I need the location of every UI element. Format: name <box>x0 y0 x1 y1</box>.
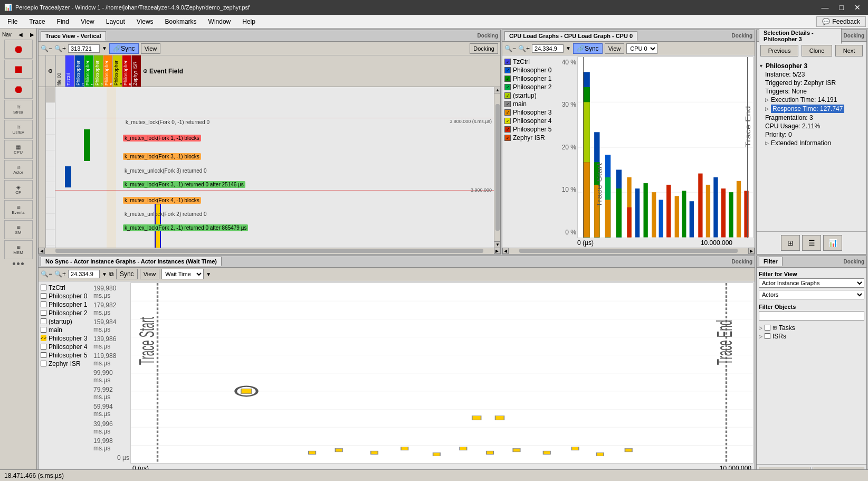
legend-phil4-check[interactable]: ✓ <box>504 118 511 124</box>
sidebar-btn-actor[interactable]: ≋ Actor <box>4 160 33 179</box>
actor-zoom-out-icon[interactable]: 🔍− <box>41 270 52 278</box>
cpu-sync-btn[interactable]: 🔗 Sync <box>573 43 603 54</box>
actor-legend-phil1-check[interactable] <box>41 301 46 307</box>
sidebar-btn-stop[interactable]: ⏹ <box>4 60 33 79</box>
actor-legend-zephyr-check[interactable] <box>41 361 46 366</box>
feedback-button[interactable]: 💬 Feedback <box>816 16 866 27</box>
nav-left-arrow[interactable]: ◀ <box>18 32 23 37</box>
filter-actors-select[interactable]: Actors <box>759 290 864 299</box>
trace-zoom-dropdown[interactable]: ▼ <box>102 45 107 51</box>
sidebar-btn-record2[interactable]: ⏺ <box>4 80 33 99</box>
actor-legend-phil2-check[interactable] <box>41 310 46 316</box>
cpu-hscroll-thumb[interactable] <box>519 249 738 253</box>
nav-right-arrow[interactable]: ▶ <box>30 32 34 37</box>
expand-ext[interactable]: ▷ <box>765 140 769 146</box>
actor-zoom-in-icon[interactable]: 🔍+ <box>54 270 66 278</box>
menu-bookmarks[interactable]: Bookmarks <box>160 16 202 27</box>
sidebar-btn-record[interactable]: ⏺ <box>4 40 33 59</box>
zoom-in-icon[interactable]: 🔍+ <box>54 45 66 52</box>
sidebar-btn-stream[interactable]: ≋ Strea <box>4 100 33 119</box>
hscroll-thumb[interactable] <box>55 249 483 253</box>
legend-main-check[interactable]: ✓ <box>504 101 511 107</box>
minimize-button[interactable]: — <box>818 2 832 13</box>
menu-window[interactable]: Window <box>203 16 236 27</box>
clone-button[interactable]: Clone <box>802 45 833 56</box>
trace-docking-btn[interactable]: Docking <box>470 43 498 54</box>
filter-docking[interactable]: Docking <box>844 259 864 265</box>
zoom-out-icon[interactable]: 🔍− <box>41 45 52 52</box>
sidebar-btn-cf[interactable]: ◈ CF <box>4 180 33 199</box>
expand-exec[interactable]: ▷ <box>765 97 769 102</box>
isrs-expand[interactable]: ▷ <box>759 334 762 339</box>
cpu-selector[interactable]: CPU 0 <box>626 43 657 54</box>
cpu-zoom-out-icon[interactable]: 🔍− <box>504 45 516 52</box>
vscroll-up[interactable]: ▲ <box>494 87 500 93</box>
sidebar-btn-mem[interactable]: ≋ MEM <box>4 240 33 259</box>
trace-docking[interactable]: Docking <box>478 33 498 39</box>
actor-legend-phil4-check[interactable] <box>41 344 46 350</box>
sel-btn-chart[interactable]: 📊 <box>823 235 842 251</box>
actor-sync-btn[interactable]: Sync <box>116 269 138 279</box>
sel-btn-list[interactable]: ☰ <box>802 235 821 251</box>
actor-legend-tzctrl-check[interactable] <box>41 285 46 290</box>
actor-wait-time-selector[interactable]: Wait Time <box>161 269 204 279</box>
trace-view-btn[interactable]: View <box>141 43 161 54</box>
cpu-zoom-dropdown[interactable]: ▼ <box>566 45 571 51</box>
legend-tzctrl-check[interactable]: ✓ <box>504 59 511 65</box>
menu-help[interactable]: Help <box>237 16 261 27</box>
actor-legend-main-check[interactable] <box>41 327 46 333</box>
menu-view[interactable]: View <box>75 16 100 27</box>
trace-tab[interactable]: Trace View - Vertical <box>41 31 106 41</box>
expand-response[interactable]: ▷ <box>765 106 769 111</box>
legend-phil0-check[interactable]: ✓ <box>504 67 511 73</box>
trace-vscroll[interactable]: ▲ ▼ <box>494 87 500 248</box>
menu-file[interactable]: File <box>2 16 23 27</box>
sidebar-btn-usrev[interactable]: ≋ UsrEv <box>4 120 33 139</box>
actor-tab[interactable]: No Sync - Actor Instance Graphs - Actor … <box>41 257 222 266</box>
sidebar-btn-sm[interactable]: ≋ SM <box>4 220 33 239</box>
next-button[interactable]: Next <box>835 45 863 56</box>
expand-name[interactable]: ▼ <box>759 63 764 69</box>
actor-zoom-dropdown[interactable]: ▼ <box>102 271 107 277</box>
hscroll-right[interactable]: ▶ <box>494 248 500 254</box>
cpu-hscroll[interactable]: ◀ ▶ <box>502 248 755 254</box>
sel-btn-grid[interactable]: ⊞ <box>781 235 800 251</box>
previous-button[interactable]: Previous <box>760 45 799 56</box>
menu-find[interactable]: Find <box>52 16 74 27</box>
cpu-hscroll-right[interactable]: ▶ <box>748 248 755 254</box>
sidebar-btn-events[interactable]: ≋ Events <box>4 200 33 219</box>
vscroll-down[interactable]: ▼ <box>494 241 500 248</box>
filter-tab[interactable]: Filter <box>759 257 783 266</box>
cpu-docking[interactable]: Docking <box>732 33 752 39</box>
tasks-checkbox[interactable] <box>765 325 770 331</box>
cpu-tab[interactable]: CPU Load Graphs - CPU Load Graph - CPU 0 <box>504 31 637 41</box>
actor-legend-phil5-check[interactable] <box>41 352 46 358</box>
trace-sync-btn[interactable]: 🔗 Sync <box>109 43 139 54</box>
actor-docking[interactable]: Docking <box>732 259 752 265</box>
actor-view-btn[interactable]: View <box>140 269 160 279</box>
cpu-hscroll-left[interactable]: ◀ <box>502 248 509 254</box>
tasks-expand[interactable]: ▷ <box>759 325 762 331</box>
sel-tab[interactable]: Selection Details - Philosopher 3 <box>759 28 842 44</box>
trace-hscroll[interactable]: ◀ ▶ <box>39 248 500 254</box>
close-button[interactable]: ✕ <box>851 2 864 13</box>
actor-legend-phil3-check[interactable]: ✓ <box>41 335 46 341</box>
maximize-button[interactable]: □ <box>836 2 847 13</box>
actor-legend-startup-check[interactable] <box>41 318 46 324</box>
filter-view-select[interactable]: Actor Instance Graphs <box>759 278 864 288</box>
isrs-checkbox[interactable] <box>765 333 770 339</box>
vscroll-thumb[interactable] <box>495 104 500 231</box>
legend-phil3-check[interactable]: ✓ <box>504 109 511 116</box>
sidebar-btn-cpu[interactable]: ▦ CPU <box>4 140 33 159</box>
legend-startup-check[interactable]: ✓ <box>504 92 511 99</box>
sel-docking[interactable]: Docking <box>844 33 864 39</box>
menu-layout[interactable]: Layout <box>101 16 130 27</box>
cpu-zoom-in-icon[interactable]: 🔍+ <box>518 45 530 52</box>
filter-objects-input[interactable] <box>759 311 864 320</box>
legend-phil5-check[interactable]: ✓ <box>504 126 511 133</box>
cpu-view-btn[interactable]: View <box>605 43 625 54</box>
menu-trace[interactable]: Trace <box>24 16 50 27</box>
hscroll-left[interactable]: ◀ <box>39 248 45 254</box>
legend-phil2-check[interactable]: ✓ <box>504 84 511 90</box>
actor-legend-phil0-check[interactable] <box>41 293 46 299</box>
